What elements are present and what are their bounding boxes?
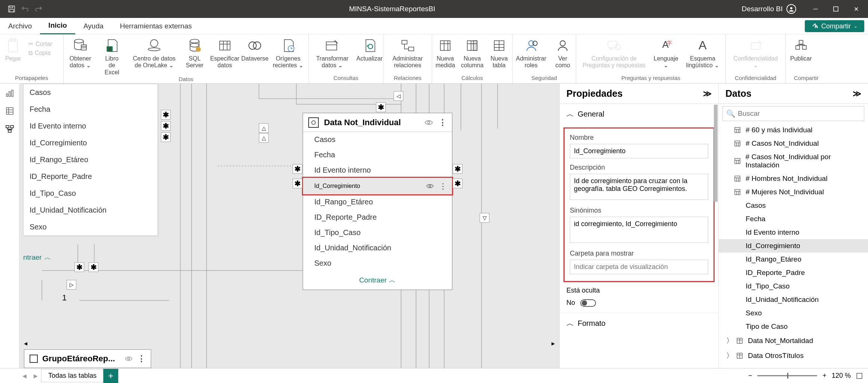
filter-direction-up-icon[interactable]: △ [259, 123, 269, 133]
visibility-icon[interactable] [426, 183, 434, 189]
dataverse-button[interactable]: Dataverse [242, 38, 268, 62]
table-item[interactable]: 〉Data OtrosTítulos [719, 348, 868, 363]
more-icon[interactable]: ⋮ [439, 182, 447, 191]
more-icon[interactable]: ⋮ [438, 118, 447, 127]
save-icon[interactable] [7, 5, 16, 13]
search-input[interactable] [722, 106, 864, 121]
list-item[interactable]: Fecha [24, 101, 158, 118]
onelake-button[interactable]: Centro de datos de OneLake ⌄ [127, 38, 181, 69]
list-item[interactable]: Id_Unidad_Notificación [24, 202, 158, 219]
report-view-icon[interactable] [4, 87, 15, 99]
field-item[interactable]: # Mujeres Not_Individual [719, 185, 868, 199]
list-item[interactable]: Id_Rango_Etáreo [24, 151, 158, 168]
undo-icon[interactable] [21, 5, 29, 13]
field-item[interactable]: Id_Corregimiento [719, 239, 868, 253]
cardinality-many-icon[interactable]: ✱ [453, 164, 462, 174]
list-item[interactable]: Id_Corregimiento [24, 135, 158, 151]
ver-como-button[interactable]: Ver como [550, 38, 576, 69]
actualizar-button[interactable]: Actualizar [356, 38, 383, 62]
cardinality-many-icon[interactable]: ✱ [161, 132, 171, 142]
field-item[interactable]: ID_Reporte_Padre [719, 266, 868, 279]
libro-excel-button[interactable]: XLibro de Excel [97, 38, 127, 76]
user-label[interactable]: Desarrollo BI [742, 4, 796, 14]
cardinality-many-icon[interactable]: ✱ [293, 164, 302, 174]
field-item[interactable]: # 60 y más Individual [719, 123, 868, 137]
menu-ayuda[interactable]: Ayuda [75, 18, 112, 34]
cardinality-many-icon[interactable]: ✱ [74, 262, 84, 272]
field-item[interactable]: Fecha [719, 212, 868, 226]
toggle-oculta[interactable] [580, 299, 596, 307]
field-item[interactable]: Id_Rango_Etáreo [719, 253, 868, 266]
field-item[interactable]: # Casos Not_Individual [719, 137, 868, 150]
column-row[interactable]: Sexo [303, 256, 452, 271]
origenes-recientes-button[interactable]: Orígenes recientes ⌄ [268, 38, 308, 69]
column-row[interactable]: Id Evento interno [303, 163, 452, 178]
fit-page-icon[interactable] [856, 373, 863, 379]
administrar-relaciones-button[interactable]: Administrar relaciones [383, 38, 432, 69]
section-general[interactable]: ︿General [560, 104, 718, 124]
tab-prev-icon[interactable]: ◀ [19, 373, 30, 379]
column-row[interactable]: Casos [303, 132, 452, 147]
sql-server-button[interactable]: SQL Server [181, 38, 208, 69]
table-data-not-individual[interactable]: Data Not_Individual ⋮ CasosFechaId Event… [303, 113, 452, 290]
input-sinonimos[interactable] [570, 217, 708, 243]
field-item[interactable]: Id Evento interno [719, 226, 868, 239]
field-item[interactable]: Tipo de Caso [719, 320, 868, 333]
filter-direction-down-icon[interactable]: ▽ [480, 213, 489, 223]
cardinality-many-icon[interactable]: ✱ [376, 102, 386, 112]
input-nombre[interactable] [570, 144, 708, 158]
pegar-button[interactable]: Pegar [0, 38, 26, 62]
input-descripcion[interactable] [570, 174, 708, 200]
table-item[interactable]: 〉Data Not_Mortalidad [719, 333, 868, 348]
section-formato[interactable]: ︿Formato [560, 313, 718, 334]
column-row[interactable]: Id_Unidad_Notificación [303, 240, 452, 256]
publicar-button[interactable]: Publicar [786, 38, 816, 62]
especificar-datos-button[interactable]: Especificar datos [208, 38, 242, 69]
model-canvas[interactable]: CasosFechaId Evento internoId_Corregimie… [19, 84, 559, 368]
field-item[interactable]: # Casos Not_Individual por Instalación [719, 150, 868, 172]
tab-next-icon[interactable]: ▶ [30, 373, 41, 379]
column-row[interactable]: ID_Reporte_Padre [303, 210, 452, 225]
copiar-button[interactable]: ⧉Copia [28, 50, 52, 56]
column-row[interactable]: Fecha [303, 147, 452, 163]
model-view-icon[interactable] [4, 123, 15, 135]
column-row-selected[interactable]: Id_Corregimiento⋮ [302, 177, 453, 195]
minimize-icon[interactable]: ─ [807, 0, 824, 18]
maximize-icon[interactable] [828, 0, 844, 18]
close-icon[interactable]: ✕ [848, 0, 864, 18]
field-item[interactable]: Id_Unidad_Notificación [719, 293, 868, 306]
collapse-link[interactable]: Contraer ︿ [303, 271, 452, 290]
menu-herramientas[interactable]: Herramientas externas [112, 18, 200, 34]
visibility-icon[interactable] [125, 356, 133, 362]
zoom-slider[interactable] [757, 375, 817, 376]
config-preguntas-button[interactable]: Configuración de Preguntas y respuestas [576, 38, 652, 69]
filter-direction-up-icon[interactable]: △ [259, 133, 269, 143]
menu-inicio[interactable]: Inicio [40, 18, 75, 34]
table-grupo-etareo[interactable]: GrupoEtáreoRep... ⋮ [24, 349, 151, 368]
field-item[interactable]: # Hombres Not_Individual [719, 172, 868, 185]
cardinality-many-icon[interactable]: ✱ [161, 110, 171, 120]
cardinality-many-icon[interactable]: ✱ [161, 121, 171, 131]
cardinality-many-icon[interactable]: ✱ [453, 179, 462, 188]
visibility-icon[interactable] [424, 119, 433, 126]
transformar-datos-button[interactable]: Transformar datos ⌄ [309, 38, 356, 69]
data-view-icon[interactable] [4, 105, 15, 117]
lenguaje-button[interactable]: A字Lenguaje ⌄ [652, 38, 680, 69]
nueva-medida-button[interactable]: Nueva medida [432, 38, 458, 69]
properties-scrollbar[interactable] [714, 105, 718, 368]
field-item[interactable]: Casos [719, 199, 868, 212]
list-item[interactable]: Id_Tipo_Caso [24, 185, 158, 202]
zoom-in-icon[interactable]: + [822, 372, 826, 380]
menu-archivo[interactable]: Archivo [0, 18, 40, 34]
filter-direction-right-icon[interactable]: ▷ [67, 280, 76, 290]
add-tab-button[interactable]: + [103, 369, 118, 383]
nueva-columna-button[interactable]: Nueva columna [458, 38, 486, 69]
filter-direction-left-icon[interactable]: ◁ [394, 91, 403, 101]
esquema-button[interactable]: AEsquema lingüístico ⌄ [680, 38, 725, 69]
column-row[interactable]: Id_Rango_Etáreo [303, 194, 452, 210]
canvas-scroll-left-icon[interactable]: ◂ [24, 339, 27, 348]
collapse-link-left[interactable]: ntraer︿ [22, 248, 51, 262]
cortar-button[interactable]: ✂Cortar [28, 40, 52, 47]
obtener-datos-button[interactable]: Obtener datos ⌄ [64, 38, 97, 69]
zoom-out-icon[interactable]: − [748, 372, 752, 380]
